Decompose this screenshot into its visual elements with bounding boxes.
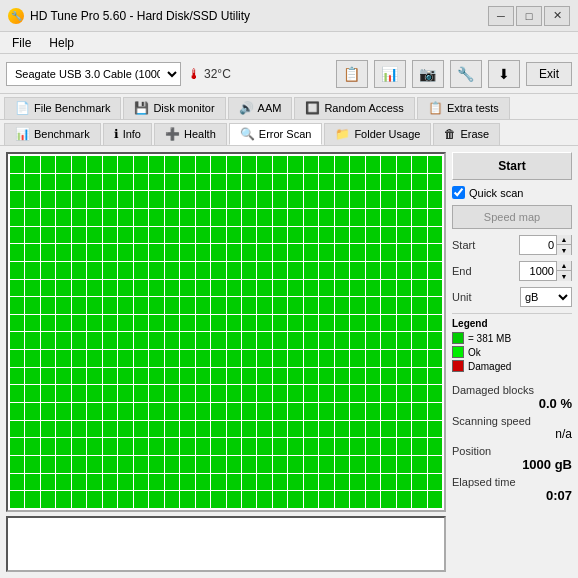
end-spin-down[interactable]: ▼ [557,271,571,281]
damaged-blocks-label: Damaged blocks [452,384,572,396]
scan-cell [56,474,70,491]
scan-cell [41,174,55,191]
start-spin-up[interactable]: ▲ [557,235,571,245]
minimize-button[interactable]: ─ [488,6,514,26]
scan-cell [149,385,163,402]
legend-item-3: Damaged [452,360,572,372]
scan-cell [366,315,380,332]
scan-cell [428,403,442,420]
scan-cell [288,227,302,244]
scan-cell [103,262,117,279]
start-spin-down[interactable]: ▼ [557,245,571,255]
tab-info[interactable]: ℹ Info [103,123,152,145]
scan-cell [335,332,349,349]
tab-benchmark[interactable]: 📊 Benchmark [4,123,101,145]
scan-cell [149,174,163,191]
scan-cell [196,474,210,491]
exit-button[interactable]: Exit [526,62,572,86]
menu-help[interactable]: Help [41,34,82,51]
tab-erase[interactable]: 🗑 Erase [433,123,500,145]
scan-cell [257,244,271,261]
end-value[interactable] [520,265,556,277]
title-text: HD Tune Pro 5.60 - Hard Disk/SSD Utility [30,9,250,23]
toolbar-btn-3[interactable]: 📷 [412,60,444,88]
scan-cell [10,244,24,261]
scan-cell [25,491,39,508]
tab-health[interactable]: ➕ Health [154,123,227,145]
scan-cell [288,456,302,473]
tab-extra-tests[interactable]: 📋 Extra tests [417,97,510,119]
start-spin-btns: ▲ ▼ [556,235,571,255]
scan-cell [381,174,395,191]
scan-cell [118,209,132,226]
start-button[interactable]: Start [452,152,572,180]
scan-cell [273,244,287,261]
tab-folder-usage[interactable]: 📁 Folder Usage [324,123,431,145]
scan-cell [72,156,86,173]
legend-label-2: Ok [468,347,481,358]
scan-cell [211,262,225,279]
end-spin-up[interactable]: ▲ [557,261,571,271]
toolbar-btn-2[interactable]: 📊 [374,60,406,88]
tab-file-benchmark[interactable]: 📄 File Benchmark [4,97,121,119]
scan-cell [87,191,101,208]
scan-cell [350,438,364,455]
scan-cell [227,315,241,332]
scan-cell [10,368,24,385]
tab-random-access[interactable]: 🔲 Random Access [294,97,414,119]
quick-scan-checkbox[interactable] [452,186,465,199]
scan-cell [41,456,55,473]
scan-cell [103,297,117,314]
scan-cell [273,438,287,455]
speed-map-button[interactable]: Speed map [452,205,572,229]
scan-cell [273,385,287,402]
tab-disk-monitor[interactable]: 💾 Disk monitor [123,97,225,119]
scan-cell [335,262,349,279]
scan-cell [196,403,210,420]
scan-cell [397,174,411,191]
menu-file[interactable]: File [4,34,39,51]
scan-cell [288,209,302,226]
scan-cell [134,209,148,226]
scan-cell [273,156,287,173]
quick-scan-label[interactable]: Quick scan [469,187,523,199]
scan-cell [366,491,380,508]
scan-cell [304,385,318,402]
scan-cell [227,297,241,314]
scan-cell [381,332,395,349]
scan-cell [56,174,70,191]
scan-cell [412,332,426,349]
scan-cell [273,456,287,473]
scan-cell [180,421,194,438]
scan-cell [149,315,163,332]
scan-cell [319,227,333,244]
scan-cell [381,227,395,244]
scan-cell [134,350,148,367]
scan-cell [72,385,86,402]
scan-cell [25,421,39,438]
scan-cell [350,280,364,297]
close-button[interactable]: ✕ [544,6,570,26]
main-content: Start Quick scan Speed map Start ▲ ▼ End [0,146,578,578]
tab-aam[interactable]: 🔊 AAM [228,97,293,119]
scan-cell [211,156,225,173]
maximize-button[interactable]: □ [516,6,542,26]
scan-cell [412,403,426,420]
scan-cell [319,262,333,279]
scan-cell [25,244,39,261]
tab-error-scan[interactable]: 🔍 Error Scan [229,123,323,145]
scan-cell [366,350,380,367]
toolbar-btn-5[interactable]: ⬇ [488,60,520,88]
unit-select[interactable]: gB MB kB [520,287,572,307]
toolbar-btn-1[interactable]: 📋 [336,60,368,88]
scan-cell [304,156,318,173]
scan-cell [350,297,364,314]
scan-cell [242,368,256,385]
drive-select[interactable]: Seagate USB 3.0 Cable (1000 gB) [6,62,181,86]
scan-cell [72,438,86,455]
scan-cell [41,262,55,279]
scan-cell [273,280,287,297]
toolbar-btn-4[interactable]: 🔧 [450,60,482,88]
start-value[interactable] [520,239,556,251]
scan-cell [304,191,318,208]
